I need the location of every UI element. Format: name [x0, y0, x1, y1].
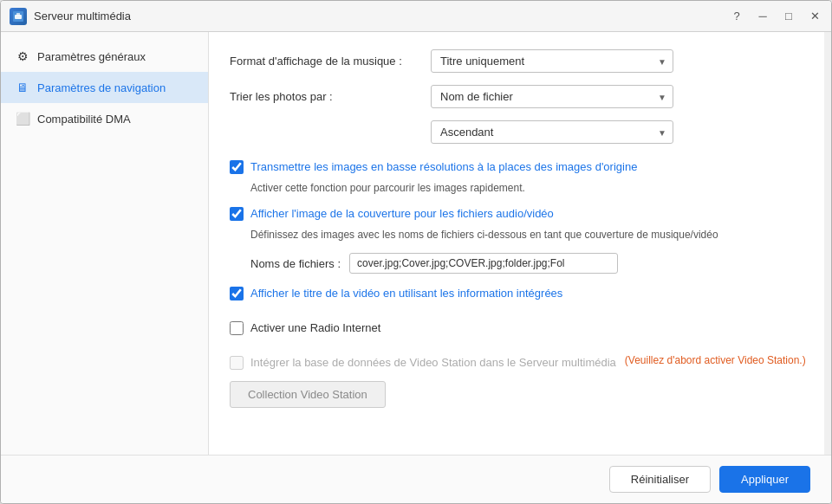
main-window: Serveur multimédia ? ─ □ ✕ ⚙ Paramètres … — [0, 0, 832, 504]
monitor-icon: 🖥 — [15, 81, 30, 94]
lowres-label[interactable]: Transmettre les images en basse résoluti… — [250, 159, 637, 175]
main-content: ⚙ Paramètres généraux 🖥 Paramètres de na… — [1, 32, 831, 455]
sort-photos-select-wrapper: Nom de fichier Date de prise de vue Date… — [431, 85, 673, 108]
sidebar-label-general: Paramètres généraux — [37, 50, 146, 63]
minimize-button[interactable]: ─ — [755, 9, 770, 24]
music-format-row: Format d'affichage de la musique : Titre… — [230, 49, 810, 73]
radio-internet-label[interactable]: Activer une Radio Internet — [250, 320, 380, 336]
vs-warning-text: (Veuillez d'abord activer Video Station.… — [625, 354, 806, 366]
cover-image-checkbox[interactable] — [230, 207, 244, 221]
apply-button[interactable]: Appliquer — [719, 466, 810, 493]
sidebar-label-dma: Compatibilité DMA — [37, 113, 131, 126]
close-button[interactable]: ✕ — [807, 9, 822, 24]
collection-video-station-button: Collection Video Station — [230, 381, 386, 408]
video-station-checkbox — [230, 356, 244, 370]
scrollbar-area[interactable] — [824, 32, 831, 455]
help-button[interactable]: ? — [729, 9, 744, 24]
titlebar: Serveur multimédia ? ─ □ ✕ — [1, 1, 831, 32]
content-area: Format d'affichage de la musique : Titre… — [209, 32, 831, 455]
svg-rect-2 — [16, 13, 20, 16]
checkbox-row-lowres: Transmettre les images en basse résoluti… — [230, 159, 810, 175]
video-station-row: Intégrer la base de données de Video Sta… — [230, 354, 810, 372]
sort-photos-label: Trier les photos par : — [230, 90, 420, 103]
sidebar-label-navigation: Paramètres de navigation — [37, 81, 166, 94]
video-title-label[interactable]: Afficher le titre de la vidéo en utilisa… — [250, 286, 562, 301]
music-format-label: Format d'affichage de la musique : — [230, 55, 420, 68]
music-format-select[interactable]: Titre uniquement Artiste - Titre Titre -… — [431, 49, 673, 73]
sidebar-item-general[interactable]: ⚙ Paramètres généraux — [1, 41, 208, 72]
maximize-button[interactable]: □ — [781, 9, 796, 24]
app-icon — [10, 8, 27, 25]
video-station-label: Intégrer la base de données de Video Sta… — [250, 354, 616, 372]
window-controls: ? ─ □ ✕ — [729, 9, 822, 24]
sidebar: ⚙ Paramètres généraux 🖥 Paramètres de na… — [1, 32, 209, 455]
checkbox-row-videotitle: Afficher le titre de la vidéo en utilisa… — [230, 286, 810, 301]
cover-image-hint: Définissez des images avec les noms de f… — [250, 227, 810, 242]
sort-direction-row: Ascendant Descendant ▼ — [431, 120, 810, 144]
reset-button[interactable]: Réinitialiser — [609, 466, 711, 493]
lowres-hint: Activer cette fonction pour parcourir le… — [250, 180, 810, 196]
sort-direction-select[interactable]: Ascendant Descendant — [431, 120, 673, 144]
sort-photos-row: Trier les photos par : Nom de fichier Da… — [230, 85, 810, 108]
sidebar-item-dma[interactable]: ⬜ Compatibilité DMA — [1, 103, 208, 134]
music-format-select-wrapper: Titre uniquement Artiste - Titre Titre -… — [431, 49, 673, 73]
titlebar-left: Serveur multimédia — [10, 8, 131, 25]
filename-label: Noms de fichiers : — [250, 257, 341, 270]
app-title: Serveur multimédia — [34, 10, 131, 23]
gear-icon: ⚙ — [15, 49, 30, 63]
filenames-input[interactable] — [349, 253, 618, 274]
sort-direction-select-wrapper: Ascendant Descendant ▼ — [431, 120, 673, 144]
checkbox-row-cover: Afficher l'image de la couverture pour l… — [230, 206, 810, 222]
dma-icon: ⬜ — [15, 112, 30, 126]
sort-photos-select[interactable]: Nom de fichier Date de prise de vue Date… — [431, 85, 673, 108]
radio-internet-checkbox[interactable] — [230, 321, 244, 335]
footer: Réinitialiser Appliquer — [1, 455, 831, 503]
lowres-checkbox[interactable] — [230, 160, 244, 174]
video-title-checkbox[interactable] — [230, 287, 244, 300]
checkbox-row-radio: Activer une Radio Internet — [230, 320, 810, 336]
filename-row: Noms de fichiers : — [250, 253, 810, 274]
cover-image-label[interactable]: Afficher l'image de la couverture pour l… — [250, 206, 554, 222]
sidebar-item-navigation[interactable]: 🖥 Paramètres de navigation — [1, 72, 208, 103]
